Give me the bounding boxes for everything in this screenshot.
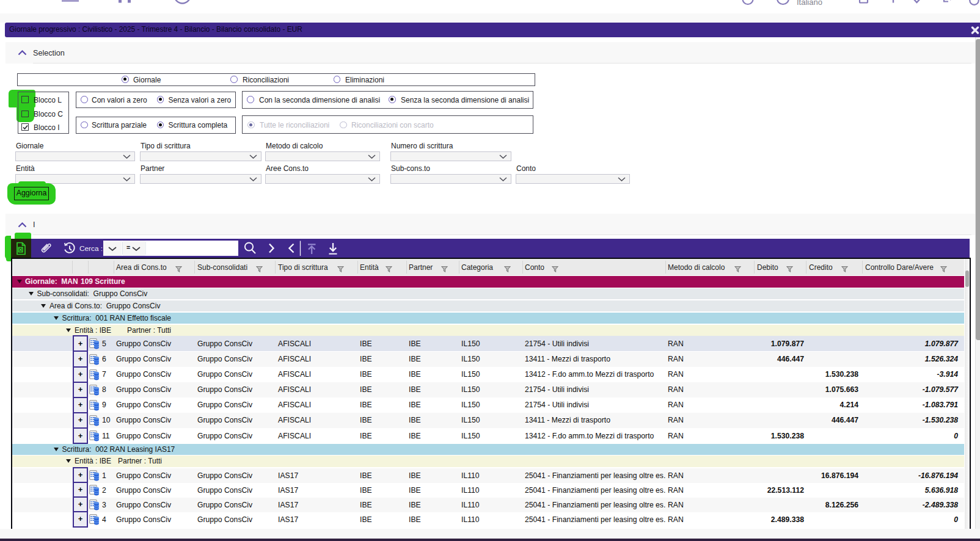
svg-text:Italiano: Italiano (797, 0, 822, 6)
